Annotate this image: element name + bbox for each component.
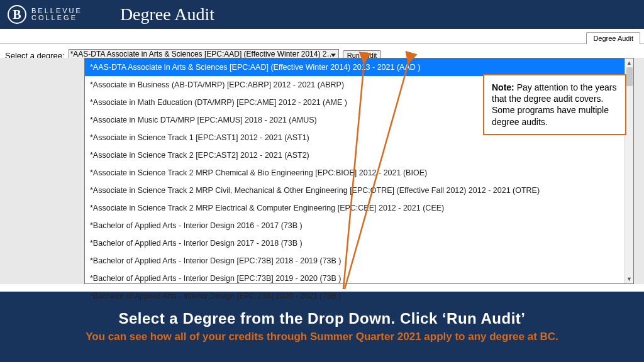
logo-letter: B [8,5,26,24]
degree-option[interactable]: *Bachelor of Applied Arts - Interior Des… [85,270,633,287]
scroll-thumb[interactable] [626,67,633,86]
degree-option[interactable]: *Associate in Science Track 2 MRP Chemic… [85,164,633,182]
degree-option[interactable]: *Bachelor of Applied Arts - Interior Des… [85,287,633,305]
degree-option[interactable]: *Bachelor of Applied Arts - Interior Des… [85,252,633,270]
banner-subtext: You can see how all of your credits thro… [13,330,631,344]
scroll-up-icon[interactable]: ▲ [625,58,633,67]
tab-row: Degree Audit [0,29,644,44]
degree-option[interactable]: *AAS-DTA Associate in Arts & Sciences [E… [85,58,633,76]
app-header: B BELLEVUE COLLEGE Degree Audit [0,0,644,29]
scroll-down-icon[interactable]: ▼ [625,275,633,283]
degree-option[interactable]: *Bachelor of Applied Arts - Interior Des… [85,217,633,234]
degree-option[interactable]: *Associate in Science Track 2 MRP Civil,… [85,182,633,199]
banner-headline: Select a Degree from the Drop Down. Clic… [13,310,631,327]
degree-option[interactable]: *Associate in Science Track 2 MRP Electr… [85,199,633,217]
note-callout: Note: Pay attention to the years that th… [483,74,626,135]
brand-line2: COLLEGE [31,14,82,21]
degree-option[interactable]: *Associate in Science Track 2 [EPC:AST2]… [85,146,633,164]
page-title: Degree Audit [120,4,214,25]
brand-text: BELLEVUE COLLEGE [31,8,82,21]
note-bold: Note: [492,82,514,92]
tab-degree-audit[interactable]: Degree Audit [586,32,640,44]
degree-option[interactable]: *Bachelor of Applied Arts - Interior Des… [85,234,633,252]
brand-logo: B BELLEVUE COLLEGE [8,5,82,24]
